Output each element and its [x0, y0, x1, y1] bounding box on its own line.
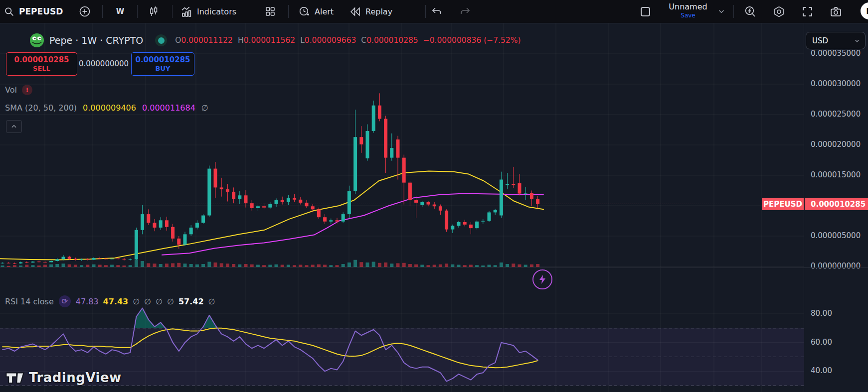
plus-circle-icon	[79, 5, 91, 17]
price-axis-label: 0.000015000	[811, 170, 861, 179]
rsi-value: ∅	[133, 297, 140, 306]
spread-value: 0.000000000	[79, 52, 129, 75]
replay-label: Replay	[365, 7, 392, 16]
save-label: Save	[659, 12, 717, 19]
candles-icon	[148, 5, 160, 17]
rsi-legend-row: RSI 14 close ⟳ 47.8347.43∅∅∅∅57.42∅	[5, 295, 215, 308]
alert-button[interactable]: Alert	[298, 0, 334, 23]
layout-square-icon	[639, 5, 652, 18]
undo-arrow-icon	[431, 5, 443, 17]
sell-label: SELL	[33, 65, 50, 73]
screenshot-button[interactable]	[830, 0, 842, 23]
ohlc-item: H0.000011562	[238, 36, 295, 45]
toolbar-divider	[288, 5, 289, 18]
rsi-axis-label: 40.00	[811, 366, 832, 375]
symbol-legend-row: Pepe · 1W · CRYPTO O0.000011122H0.000011…	[29, 32, 521, 49]
price-axis-label: 0.000035000	[811, 49, 861, 58]
layout-name-label: Unnamed	[659, 2, 717, 12]
compare-symbol-button[interactable]	[79, 0, 91, 23]
boost-lightning-button[interactable]	[532, 269, 552, 289]
price-axis-border	[804, 23, 804, 392]
chart-type-button[interactable]	[148, 0, 160, 23]
interval-label: W	[116, 7, 125, 16]
toolbar-divider	[172, 5, 173, 18]
indicators-button[interactable]: Indicators	[180, 0, 236, 23]
tradingview-watermark: TradingView	[5, 370, 122, 386]
volume-warning-icon[interactable]: !	[22, 85, 32, 95]
rsi-value: ∅	[208, 297, 215, 306]
layout-dropdown-button[interactable]	[717, 0, 726, 23]
sma-label: SMA (20, 50, 200)	[5, 103, 77, 113]
sma-legend-row: SMA (20, 50, 200) 0.000009406 0.00001168…	[5, 102, 208, 114]
undo-button[interactable]	[431, 0, 443, 23]
redo-button[interactable]	[459, 0, 471, 23]
fullscreen-button[interactable]	[801, 0, 814, 23]
sell-button[interactable]: 0.000010285 SELL	[6, 52, 77, 76]
sma-empty-value: ∅	[201, 103, 208, 113]
publish-avatar-button[interactable]: P	[861, 2, 868, 19]
buy-price: 0.000010285	[135, 55, 190, 65]
toolbar-divider	[425, 5, 426, 18]
rsi-axis-label: 80.00	[811, 309, 832, 318]
chevron-down-icon	[854, 37, 861, 44]
ohlc-item: C0.000010285	[361, 36, 418, 45]
price-axis-label: 0.000025000	[811, 110, 861, 119]
last-price-value-badge: 0.000010285	[805, 198, 868, 210]
rsi-refresh-icon[interactable]: ⟳	[59, 295, 71, 307]
indicators-label: Indicators	[197, 7, 236, 16]
gear-icon	[773, 5, 785, 18]
sma-slow-value: 0.000011684	[142, 103, 195, 113]
camera-icon	[830, 5, 842, 18]
price-axis-label: 0.000000000	[811, 261, 861, 270]
interval-button[interactable]: W	[111, 0, 130, 23]
price-axis-label: 0.000020000	[811, 140, 861, 149]
toolbar-divider	[137, 5, 138, 18]
alert-clock-icon	[298, 5, 311, 18]
toolbar-divider	[733, 5, 734, 18]
collapse-legend-button[interactable]	[6, 120, 22, 133]
volume-label: Vol	[5, 85, 17, 95]
tradingview-watermark-text: TradingView	[29, 370, 122, 385]
pane-divider[interactable]	[0, 267, 868, 268]
tradingview-logo-icon	[5, 370, 25, 386]
sell-price: 0.000010285	[14, 55, 69, 65]
lightning-icon	[538, 275, 546, 284]
toolbar-divider	[102, 5, 103, 18]
top-toolbar: PEPEUSD W	[0, 0, 868, 23]
volume-legend-row: Vol !	[5, 84, 32, 96]
market-status-dot[interactable]	[155, 34, 167, 46]
replay-rewind-icon	[349, 5, 361, 18]
rsi-value: 57.42	[178, 297, 204, 306]
price-axis-label: 0.000030000	[811, 79, 861, 88]
fullscreen-icon	[801, 5, 814, 18]
settings-button[interactable]	[773, 0, 785, 23]
symbol-search-button[interactable]: PEPEUSD	[4, 0, 63, 23]
sma-fast-value: 0.000009406	[83, 103, 136, 113]
alert-label: Alert	[315, 7, 334, 16]
chevron-down-icon	[717, 7, 726, 16]
pepe-coin-logo	[29, 33, 44, 48]
rsi-values: 47.8347.43∅∅∅∅57.42∅	[76, 297, 215, 306]
grid-templates-icon	[264, 5, 276, 17]
ohlc-item: L0.000009663	[300, 36, 356, 45]
symbol-search-label: PEPEUSD	[19, 6, 63, 16]
search-icon	[4, 6, 14, 17]
rsi-value: ∅	[144, 297, 151, 306]
rsi-value: ∅	[167, 297, 174, 306]
chevron-up-icon	[10, 123, 17, 130]
replay-button[interactable]: Replay	[349, 0, 392, 23]
buy-label: BUY	[156, 65, 171, 73]
ohlc-item: O0.000011122	[175, 36, 233, 45]
layout-button[interactable]	[639, 0, 652, 23]
quick-search-button[interactable]	[744, 0, 756, 23]
change-readout: −0.000000836 (−7.52%)	[423, 36, 521, 45]
symbol-title[interactable]: Pepe · 1W · CRYPTO	[49, 35, 143, 46]
buy-button[interactable]: 0.000010285 BUY	[131, 52, 194, 76]
currency-dropdown[interactable]: USD	[806, 32, 866, 49]
layout-name-button[interactable]: Unnamed Save	[659, 2, 717, 19]
rsi-label: RSI 14 close	[5, 297, 54, 306]
currency-label: USD	[812, 36, 854, 45]
indicator-templates-button[interactable]	[264, 0, 276, 23]
trade-panel: 0.000010285 SELL 0.000000000 0.000010285…	[0, 52, 259, 75]
ohlc-readout: O0.000011122H0.000011562L0.000009663C0.0…	[175, 36, 521, 45]
